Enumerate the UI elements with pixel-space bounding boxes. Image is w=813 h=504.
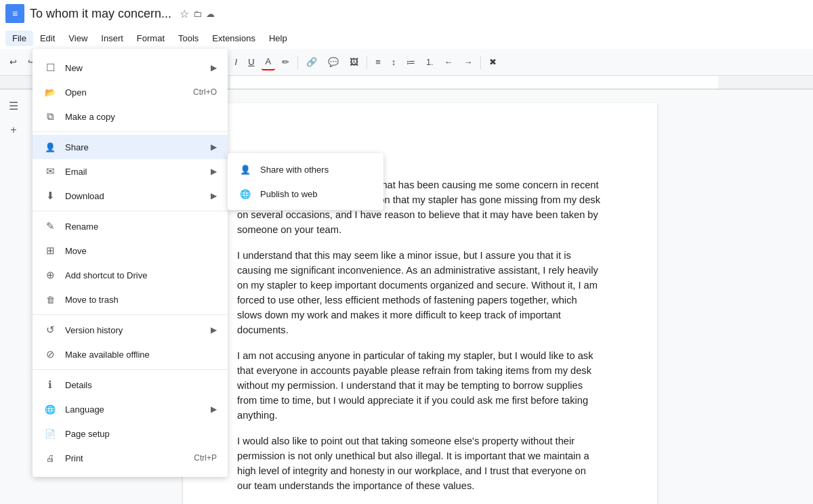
menu-row-email[interactable]: ✉ Email ▶ <box>33 159 228 184</box>
version-history-label: Version history <box>65 325 208 335</box>
title-icons: ☆ 🗀 ☁ <box>180 7 215 20</box>
sep4 <box>297 56 298 69</box>
star-icon[interactable]: ☆ <box>180 7 189 20</box>
menu-row-open[interactable]: 📂 Open Ctrl+O <box>33 80 228 104</box>
open-label: Open <box>65 87 188 98</box>
sidebar-add-icon[interactable]: + <box>4 121 23 140</box>
menu-section-4: ↺ Version history ▶ ⊘ Make available off… <box>33 315 228 370</box>
cloud-icon[interactable]: ☁ <box>206 9 215 19</box>
share-icon: 👤 <box>43 140 57 154</box>
new-label: New <box>65 63 208 73</box>
menu-help[interactable]: Help <box>262 30 294 46</box>
open-shortcut: Ctrl+O <box>193 87 217 97</box>
menu-row-add-shortcut[interactable]: ⊕ Add shortcut to Drive <box>33 263 228 287</box>
language-icon: 🌐 <box>43 402 57 416</box>
move-icon: ⊞ <box>43 244 57 257</box>
publish-to-web-row[interactable]: 🌐 Publish to web <box>228 182 383 206</box>
menu-section-2: 👤 Share ▶ ✉ Email ▶ ⬇ Download ▶ <box>33 132 228 211</box>
menu-row-share[interactable]: 👤 Share ▶ <box>33 135 228 159</box>
new-arrow: ▶ <box>211 63 217 72</box>
share-arrow: ▶ <box>211 142 217 152</box>
sep5 <box>367 56 367 69</box>
print-icon: 🖨 <box>43 451 57 465</box>
text-color-button[interactable]: A <box>262 54 276 70</box>
language-label: Language <box>65 404 208 415</box>
publish-to-web-label: Publish to web <box>260 189 318 199</box>
move-label: Move <box>65 246 217 256</box>
open-icon: 📂 <box>43 85 57 99</box>
menu-row-details[interactable]: ℹ Details <box>33 373 228 397</box>
menu-section-3: ✎ Rename ⊞ Move ⊕ Add shortcut to Drive … <box>33 211 228 315</box>
menu-row-download[interactable]: ⬇ Download ▶ <box>33 184 228 208</box>
menu-section-1: ☐ New ▶ 📂 Open Ctrl+O ⧉ Make a copy <box>33 53 228 132</box>
list-type-button[interactable]: ≔ <box>402 54 419 70</box>
align-button[interactable]: ≡ <box>371 54 385 70</box>
rename-label: Rename <box>65 222 217 232</box>
page-setup-icon: 📄 <box>43 427 57 440</box>
sidebar-outline-icon[interactable]: ☰ <box>4 96 23 115</box>
add-shortcut-label: Add shortcut to Drive <box>65 270 217 280</box>
download-arrow: ▶ <box>211 191 217 201</box>
download-label: Download <box>65 191 208 201</box>
menu-row-move-trash[interactable]: 🗑 Move to trash <box>33 287 228 312</box>
menu-row-make-copy[interactable]: ⧉ Make a copy <box>33 104 228 129</box>
publish-to-web-icon: 🌐 <box>238 187 252 201</box>
clear-format-button[interactable]: ✖ <box>485 54 501 70</box>
details-label: Details <box>65 380 217 390</box>
ruler-white-area <box>230 76 718 89</box>
menu-extensions[interactable]: Extensions <box>205 30 262 46</box>
underline-button[interactable]: U <box>244 54 258 70</box>
paragraph-3: I am not accusing anyone in particular o… <box>237 348 603 423</box>
menu-row-new[interactable]: ☐ New ▶ <box>33 56 228 80</box>
menu-file[interactable]: File <box>5 30 33 46</box>
menu-bar: File Edit View Insert Format Tools Exten… <box>0 27 813 49</box>
make-copy-icon: ⧉ <box>43 110 57 123</box>
menu-row-offline[interactable]: ⊘ Make available offline <box>33 342 228 366</box>
folder-icon[interactable]: 🗀 <box>193 9 202 19</box>
share-label: Share <box>65 142 208 152</box>
comment-button[interactable]: 💬 <box>324 54 343 70</box>
menu-row-version-history[interactable]: ↺ Version history ▶ <box>33 318 228 342</box>
menu-row-rename[interactable]: ✎ Rename <box>33 214 228 238</box>
print-shortcut: Ctrl+P <box>194 453 217 463</box>
link-button[interactable]: 🔗 <box>302 54 321 70</box>
menu-section-5: ℹ Details 🌐 Language ▶ 📄 Page setup 🖨 Pr… <box>33 370 228 473</box>
menu-tools[interactable]: Tools <box>171 30 205 46</box>
email-arrow: ▶ <box>211 167 217 176</box>
menu-row-move[interactable]: ⊞ Move <box>33 238 228 263</box>
details-icon: ℹ <box>43 378 57 392</box>
undo-button[interactable]: ↩ <box>5 54 21 70</box>
version-history-icon: ↺ <box>43 323 57 337</box>
file-menu-dropdown: ☐ New ▶ 📂 Open Ctrl+O ⧉ Make a copy 👤 Sh… <box>33 49 228 477</box>
rename-icon: ✎ <box>43 219 57 233</box>
email-icon: ✉ <box>43 165 57 178</box>
make-copy-label: Make a copy <box>65 112 217 122</box>
menu-insert[interactable]: Insert <box>94 30 130 46</box>
print-label: Print <box>65 453 188 463</box>
share-submenu: 👤 Share with others 🌐 Publish to web <box>228 153 383 210</box>
menu-row-page-setup[interactable]: 📄 Page setup <box>33 421 228 446</box>
menu-row-print[interactable]: 🖨 Print Ctrl+P <box>33 446 228 470</box>
doc-icon <box>5 4 24 23</box>
indent-more-button[interactable]: → <box>459 54 476 70</box>
menu-format[interactable]: Format <box>130 30 171 46</box>
trash-icon: 🗑 <box>43 293 57 306</box>
doc-title: To whom it may concern... <box>30 7 171 21</box>
italic-button[interactable]: I <box>231 54 242 70</box>
add-shortcut-icon: ⊕ <box>43 268 57 282</box>
offline-icon: ⊘ <box>43 348 57 361</box>
download-icon: ⬇ <box>43 189 57 203</box>
menu-edit[interactable]: Edit <box>33 30 62 46</box>
menu-row-language[interactable]: 🌐 Language ▶ <box>33 397 228 421</box>
menu-view[interactable]: View <box>62 30 94 46</box>
offline-label: Make available offline <box>65 350 217 360</box>
version-history-arrow: ▶ <box>211 325 217 335</box>
numbered-list-button[interactable]: 1. <box>422 55 437 70</box>
indent-less-button[interactable]: ← <box>440 54 457 70</box>
image-button[interactable]: 🖼 <box>346 54 362 70</box>
line-spacing-button[interactable]: ↕ <box>388 54 400 70</box>
email-label: Email <box>65 167 208 177</box>
share-with-others-row[interactable]: 👤 Share with others <box>228 157 383 182</box>
highlight-button[interactable]: ✏ <box>278 54 293 70</box>
top-bar: To whom it may concern... ☆ 🗀 ☁ <box>0 0 813 27</box>
